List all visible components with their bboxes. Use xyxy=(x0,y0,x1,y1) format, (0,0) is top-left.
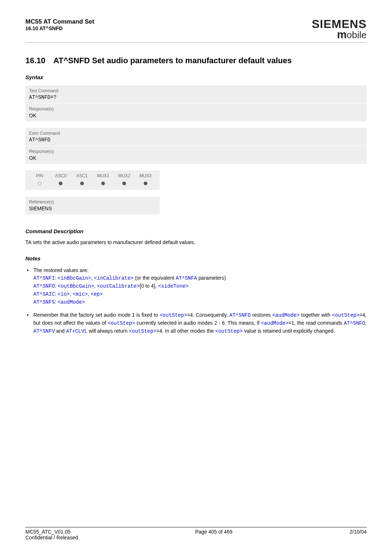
cmd-ref: AT^SAIC xyxy=(33,291,55,297)
exec-response-text: OK xyxy=(29,155,363,161)
support-col: MUX2 xyxy=(114,173,135,178)
dot-cell xyxy=(50,181,71,186)
exec-response-label: Response(s) xyxy=(29,149,363,154)
text: will always return xyxy=(87,328,129,334)
param-ref: <outStep> xyxy=(160,312,187,318)
support-col: ASC1 xyxy=(72,173,93,178)
support-col: MUX1 xyxy=(93,173,114,178)
param-ref: <outStep> xyxy=(107,320,135,326)
dot-filled-icon xyxy=(122,182,126,185)
mobile-logo: mobile xyxy=(312,29,367,40)
exec-command-code: AT^SNFD xyxy=(29,137,363,143)
param-ref: <inBbcGain> xyxy=(58,275,91,281)
text: =1, the read commands xyxy=(289,320,344,326)
test-response-row: Response(s) OK xyxy=(25,104,367,121)
footer-confidentiality: Confidential / Released xyxy=(25,535,78,540)
section-heading: 16.10AT^SNFD Set audio parameters to man… xyxy=(25,56,367,65)
param-ref: <audMode> xyxy=(272,312,300,318)
cmd-ref: AT^SNFO xyxy=(344,320,365,326)
test-response-text: OK xyxy=(29,113,363,118)
support-dots xyxy=(25,180,160,190)
support-panel: PIN ASC0 ASC1 MUX1 MUX2 MUX3 xyxy=(25,170,160,190)
param-ref: <audMode> xyxy=(58,299,85,305)
support-col: MUX3 xyxy=(135,173,156,178)
command-description-label: Command Description xyxy=(25,228,367,234)
note-item: The restored values are: AT^SNFI: <inBbc… xyxy=(25,267,367,306)
text: =4. Consequently, xyxy=(187,312,229,318)
section-title: AT^SNFD Set audio parameters to manufact… xyxy=(53,56,292,65)
text: [0 to 4], xyxy=(140,283,158,289)
test-command-code: AT^SNFD=? xyxy=(29,94,363,100)
cmd-ref: AT^SNFO xyxy=(33,283,55,289)
syntax-label: Syntax xyxy=(25,74,367,80)
param-ref: <io> xyxy=(58,291,70,297)
text: together with xyxy=(300,312,332,318)
dot-filled-icon xyxy=(101,182,105,185)
test-command-panel: Test Command AT^SNFD=? Response(s) OK xyxy=(25,85,367,121)
section-number: 16.10 xyxy=(25,56,45,65)
text: Remember that the factory set audio mode… xyxy=(33,312,160,318)
mobile-m: m xyxy=(337,28,347,40)
exec-response-row: Response(s) OK xyxy=(25,146,367,164)
notes-label: Notes xyxy=(25,255,367,262)
page-header: MC55 AT Command Set 16.10 AT^SNFD SIEMEN… xyxy=(25,18,367,43)
doc-title: MC55 AT Command Set xyxy=(25,18,94,25)
test-command-row: Test Command AT^SNFD=? xyxy=(25,85,367,103)
reference-label: Reference(s) xyxy=(29,199,156,204)
cmd-ref: AT^SNFS xyxy=(33,299,55,305)
brand-block: SIEMENS mobile xyxy=(312,18,367,40)
param-ref: <outStep> xyxy=(129,328,156,334)
text: parameters) xyxy=(197,275,226,281)
dot-cell xyxy=(72,181,93,186)
exec-command-row: Exec Command AT^SNFD xyxy=(25,128,367,146)
test-response-label: Response(s) xyxy=(29,106,363,112)
support-header: PIN ASC0 ASC1 MUX1 MUX2 MUX3 xyxy=(25,170,160,180)
notes-list: The restored values are: AT^SNFI: <inBbc… xyxy=(25,267,367,335)
param-ref: <sideTone> xyxy=(158,283,188,289)
note1-intro: The restored values are: xyxy=(33,267,89,273)
mobile-rest: obile xyxy=(347,29,367,40)
cmd-ref: AT^SNFV xyxy=(33,328,55,334)
cmd-ref: AT^SNFA xyxy=(176,275,197,281)
reference-value: SIEMENS xyxy=(29,206,156,211)
dot-cell xyxy=(114,181,135,186)
dot-cell xyxy=(29,181,50,186)
dot-filled-icon xyxy=(59,182,62,185)
exec-command-label: Exec Command xyxy=(29,131,363,136)
dot-filled-icon xyxy=(80,182,84,185)
cmd-ref: AT+CLVL xyxy=(66,328,87,334)
text: =4. In all other modes the xyxy=(156,328,215,334)
footer-left: MC55_ATC_V01.05 Confidential / Released xyxy=(25,529,78,540)
text: currently selected in audio modes 2 - 6.… xyxy=(135,320,261,326)
footer-page-number: Page 405 of 469 xyxy=(195,529,233,540)
text: (or the equivalent xyxy=(134,275,176,281)
param-ref: <outStep> xyxy=(215,328,243,334)
note-item: Remember that the factory set audio mode… xyxy=(25,311,367,335)
footer-doc-id: MC55_ATC_V01.05 xyxy=(25,529,78,535)
param-ref: <outCalibrate> xyxy=(97,283,140,289)
support-col: PIN xyxy=(29,173,50,178)
param-ref: <mic> xyxy=(73,291,88,297)
text: value is retained until explicitly chang… xyxy=(243,328,335,334)
dot-cell xyxy=(93,181,114,186)
param-ref: <inCalibrate> xyxy=(94,275,134,281)
cmd-ref: AT^SNFI xyxy=(33,275,55,281)
dot-empty-icon xyxy=(38,182,41,185)
param-ref: <outBbcGain> xyxy=(58,283,94,289)
param-ref: <ep> xyxy=(91,291,103,297)
header-left: MC55 AT Command Set 16.10 AT^SNFD xyxy=(25,18,94,31)
footer-date: 2/10/04 xyxy=(350,529,367,540)
text: and xyxy=(55,328,66,334)
test-command-label: Test Command xyxy=(29,88,363,93)
page-footer: MC55_ATC_V01.05 Confidential / Released … xyxy=(25,527,367,540)
text: restores xyxy=(251,312,272,318)
cmd-ref: AT^SNFD xyxy=(229,312,251,318)
reference-panel: Reference(s) SIEMENS xyxy=(25,197,160,214)
param-ref: <audMode> xyxy=(261,320,289,326)
exec-command-panel: Exec Command AT^SNFD Response(s) OK xyxy=(25,128,367,164)
support-col: ASC0 xyxy=(50,173,71,178)
command-description-text: TA sets the active audio parameters to m… xyxy=(25,239,367,245)
dot-cell xyxy=(135,181,156,186)
doc-section-ref: 16.10 AT^SNFD xyxy=(25,25,94,31)
dot-filled-icon xyxy=(144,182,147,185)
